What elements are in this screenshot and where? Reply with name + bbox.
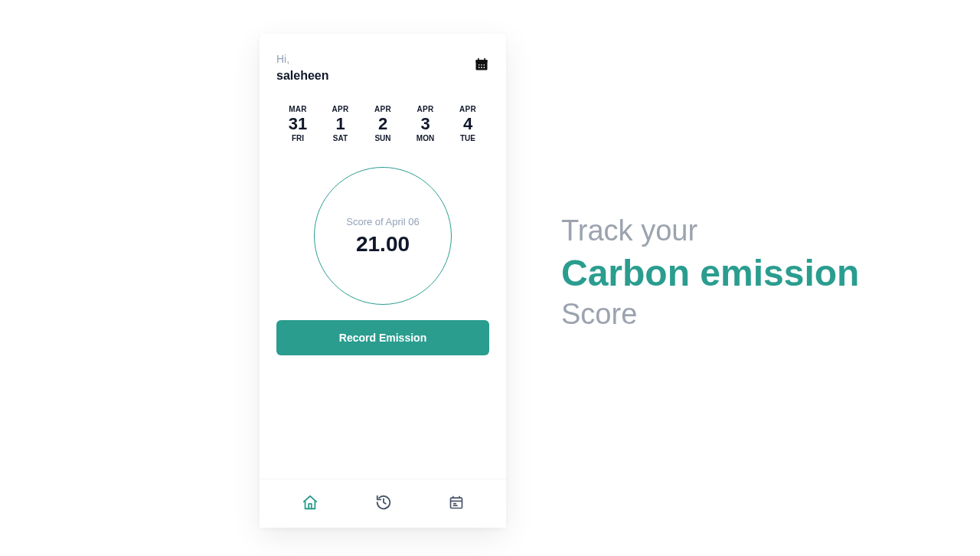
greeting-hi: Hi, [276,52,328,67]
calendar-button[interactable] [474,52,489,75]
record-emission-button[interactable]: Record Emission [276,320,489,355]
greeting-name: saleheen [276,67,328,84]
date-day: 1 [335,114,345,134]
calendar-icon [474,57,489,72]
date-item[interactable]: APR 2 SUN [366,105,400,142]
greeting: Hi, saleheen [276,52,328,83]
home-icon [302,494,318,511]
nav-calendar[interactable] [449,495,464,513]
tagline-line-1: Track your [561,213,859,250]
date-dow: SUN [374,134,390,142]
date-day: 3 [420,114,430,134]
history-icon [375,494,392,511]
date-item[interactable]: MAR 31 FRI [281,105,315,142]
nav-home[interactable] [302,494,318,514]
date-day: 2 [378,114,387,134]
svg-point-7 [479,67,480,68]
date-item[interactable]: APR 4 TUE [451,105,485,142]
svg-rect-2 [478,58,479,61]
date-item[interactable]: APR 1 SAT [324,105,358,142]
date-month: APR [374,105,391,113]
score-circle: Score of April 06 21.00 [314,167,452,305]
date-month: APR [416,105,433,113]
svg-rect-1 [476,60,488,62]
score-label: Score of April 06 [346,216,419,227]
svg-rect-3 [484,58,485,61]
tagline-line-3: Score [561,296,859,333]
date-dow: TUE [460,134,475,142]
date-dow: SAT [333,134,348,142]
date-month: APR [332,105,348,113]
svg-point-5 [481,64,482,66]
score-value: 21.00 [356,232,410,257]
phone-content: Hi, saleheen [260,34,506,479]
date-dow: FRI [292,134,304,142]
svg-point-4 [479,64,480,66]
date-month: APR [459,105,476,113]
bottom-nav [260,479,506,528]
marketing-tagline: Track your Carbon emission Score [561,213,859,333]
date-item[interactable]: APR 3 MON [409,105,443,142]
svg-point-9 [484,67,485,68]
header-row: Hi, saleheen [276,52,489,83]
tagline-line-2: Carbon emission [561,251,859,296]
date-day: 4 [463,114,472,134]
svg-point-8 [481,67,482,68]
calendar-list-icon [449,495,464,510]
svg-point-6 [484,64,485,66]
nav-history[interactable] [375,494,392,514]
date-dow: MON [416,134,434,142]
date-month: MAR [289,105,307,113]
date-strip: MAR 31 FRI APR 1 SAT APR 2 SUN APR 3 [276,105,489,142]
date-day: 31 [289,114,307,134]
phone-frame: Hi, saleheen [260,34,506,528]
